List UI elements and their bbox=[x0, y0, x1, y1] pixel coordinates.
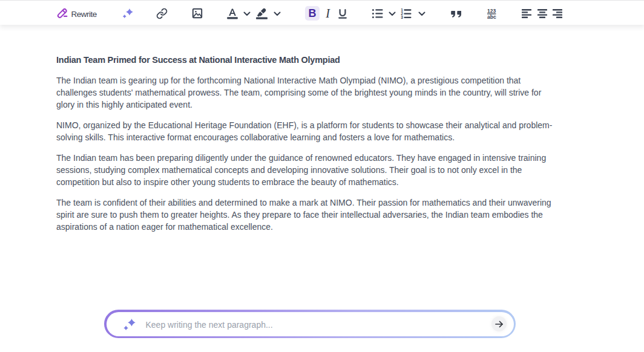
svg-text:123: 123 bbox=[487, 8, 496, 14]
svg-text:3: 3 bbox=[401, 15, 403, 19]
svg-text:abc: abc bbox=[487, 14, 496, 19]
